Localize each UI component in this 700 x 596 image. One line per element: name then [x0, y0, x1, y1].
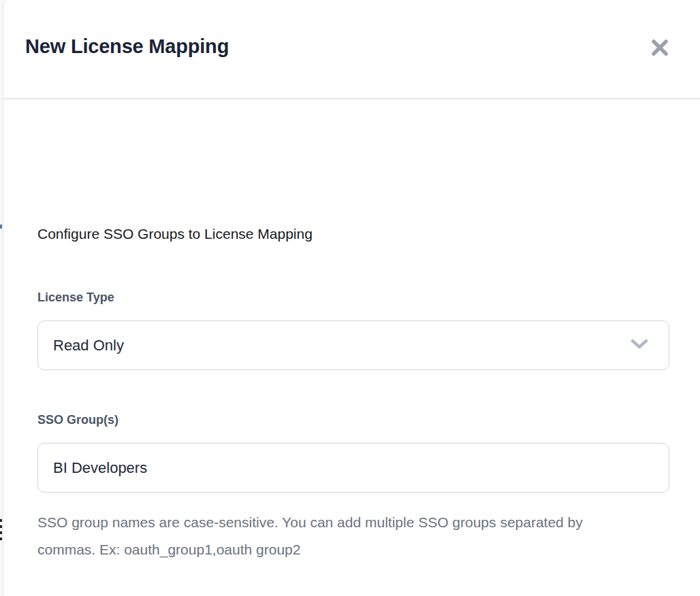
modal-title: New License Mapping	[25, 35, 229, 58]
license-type-selected-value: Read Only	[53, 337, 124, 354]
license-type-select[interactable]: Read Only	[37, 320, 669, 370]
background-artifact	[0, 225, 2, 229]
background-artifact	[0, 531, 2, 534]
sso-groups-input[interactable]	[38, 444, 669, 492]
close-icon	[651, 39, 669, 59]
close-button[interactable]	[650, 38, 670, 59]
sso-groups-field	[37, 443, 669, 493]
modal-header: New License Mapping	[3, 0, 700, 99]
background-artifact	[0, 537, 2, 540]
background-artifact	[0, 519, 2, 522]
modal-description: Configure SSO Groups to License Mapping	[37, 226, 313, 242]
sso-groups-label: SSO Group(s)	[37, 413, 118, 427]
background-artifact	[0, 525, 2, 528]
chevron-down-icon	[631, 339, 648, 352]
new-license-mapping-modal: New License Mapping Configure SSO Groups…	[3, 0, 700, 596]
license-type-label: License Type	[37, 291, 114, 305]
sso-groups-help-text: SSO group names are case-sensitive. You …	[37, 509, 609, 563]
